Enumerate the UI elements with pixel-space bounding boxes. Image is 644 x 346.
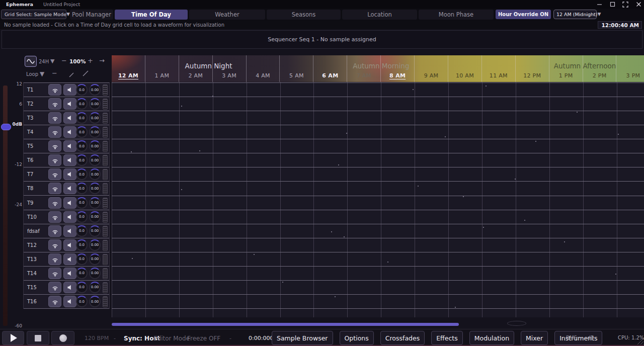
track-mute-button[interactable] xyxy=(63,168,76,180)
track-monitor-button[interactable] xyxy=(48,126,61,138)
track-monitor-button[interactable] xyxy=(48,239,61,251)
hour-cell-6-am[interactable]: 6 AM xyxy=(313,55,347,82)
track-monitor-button[interactable] xyxy=(48,282,61,293)
tab-location[interactable]: Location xyxy=(342,10,417,20)
effects-button[interactable]: Effects xyxy=(431,331,463,345)
track-mute-button[interactable] xyxy=(63,211,76,223)
track-name[interactable]: T6 xyxy=(27,157,33,163)
volume-knob[interactable]: 0.00 xyxy=(89,197,101,209)
arrow-right-icon[interactable]: → xyxy=(99,57,105,64)
volume-knob[interactable]: 0.00 xyxy=(89,225,101,237)
track-monitor-button[interactable] xyxy=(48,197,61,209)
track-mute-button[interactable] xyxy=(63,282,76,293)
hour-cell-12-am[interactable]: 12 AM xyxy=(112,55,145,82)
stop-button[interactable] xyxy=(27,331,49,345)
track-name[interactable]: T2 xyxy=(27,101,33,107)
volume-knob[interactable]: 0.00 xyxy=(89,112,101,124)
sample-browser-button[interactable]: Sample Browser xyxy=(272,331,333,345)
pan-knob[interactable]: 0.0 xyxy=(76,268,88,279)
pan-knob[interactable]: 0.0 xyxy=(76,168,88,180)
maximize-icon[interactable] xyxy=(609,1,616,8)
track-name[interactable]: T16 xyxy=(27,299,37,304)
tab-moon-phase[interactable]: Moon Phase xyxy=(419,10,494,20)
pan-knob[interactable]: 0.0 xyxy=(76,225,88,237)
fullscreen-icon[interactable] xyxy=(622,1,629,8)
track-mute-button[interactable] xyxy=(63,154,76,166)
hour-cell-3-pm[interactable]: 3 PM xyxy=(617,55,644,82)
track-monitor-button[interactable] xyxy=(48,168,61,180)
track-name[interactable]: fdsaf xyxy=(27,228,40,234)
mixer-button[interactable]: Mixer xyxy=(521,331,548,345)
modulation-button[interactable]: Modulation xyxy=(469,331,514,345)
pan-knob[interactable]: 0.0 xyxy=(76,197,88,209)
pan-knob[interactable]: 0.0 xyxy=(76,140,88,152)
zoom-out-button[interactable]: − xyxy=(61,57,67,64)
hour-select-dropdown[interactable]: 12 AM (Midnight) ▼ xyxy=(553,10,597,19)
track-mute-button[interactable] xyxy=(63,296,76,307)
hour-cell-11-am[interactable]: 11 AM xyxy=(482,55,516,82)
track-mute-button[interactable] xyxy=(63,253,76,265)
close-icon[interactable] xyxy=(635,1,642,8)
track-mute-button[interactable] xyxy=(63,98,76,110)
volume-knob[interactable]: 0.00 xyxy=(89,154,101,166)
pan-knob[interactable]: 0.0 xyxy=(76,296,88,307)
pan-knob[interactable]: 0.0 xyxy=(76,183,88,194)
record-button[interactable] xyxy=(51,331,74,345)
track-mute-button[interactable] xyxy=(63,140,76,152)
grid-select-dropdown[interactable]: Grid Select: Sample Mode ▼ xyxy=(1,10,66,19)
volume-knob[interactable]: 0.00 xyxy=(89,253,101,265)
minimize-icon[interactable] xyxy=(596,1,603,8)
tab-pool-manager[interactable]: Pool Manager xyxy=(70,10,113,20)
track-name[interactable]: T5 xyxy=(27,143,33,149)
editor-mode[interactable]: Editor Mode xyxy=(153,335,190,342)
options-button[interactable]: Options xyxy=(340,331,374,345)
volume-knob[interactable]: 0.00 xyxy=(89,239,101,251)
loop-minus-button[interactable]: − xyxy=(52,69,57,77)
track-monitor-button[interactable] xyxy=(48,112,61,124)
track-mute-button[interactable] xyxy=(63,225,76,237)
track-monitor-button[interactable] xyxy=(48,98,61,110)
track-monitor-button[interactable] xyxy=(48,211,61,223)
pan-knob[interactable]: 0.0 xyxy=(76,239,88,251)
track-monitor-button[interactable] xyxy=(48,140,61,152)
pan-knob[interactable]: 0.0 xyxy=(76,98,88,110)
track-mute-button[interactable] xyxy=(63,112,76,124)
pan-knob[interactable]: 0.0 xyxy=(76,253,88,265)
hour-cell-4-am[interactable]: 4 AM xyxy=(247,55,280,82)
track-mute-button[interactable] xyxy=(63,197,76,209)
volume-knob[interactable]: 0.00 xyxy=(89,126,101,138)
mode-dropdown-caret-icon[interactable]: ▼ xyxy=(50,58,54,64)
volume-knob[interactable]: 0.00 xyxy=(89,183,101,194)
loop-dropdown-caret-icon[interactable]: ▼ xyxy=(40,70,44,77)
volume-knob[interactable]: 0.00 xyxy=(89,282,101,293)
ramp-tool-icon[interactable] xyxy=(68,70,74,80)
track-name[interactable]: T15 xyxy=(27,285,37,290)
tab-time-of-day[interactable]: Time Of Day xyxy=(115,10,188,20)
pan-knob[interactable]: 0.0 xyxy=(76,112,88,124)
volume-knob[interactable]: 0.00 xyxy=(89,140,101,152)
hour-override-button[interactable]: Hour Override ON xyxy=(496,10,551,19)
freeze-toggle[interactable]: Freeze OFF xyxy=(187,335,220,342)
track-monitor-button[interactable] xyxy=(48,154,61,166)
track-name[interactable]: T9 xyxy=(27,200,33,206)
track-name[interactable]: T12 xyxy=(27,242,37,248)
volume-knob[interactable]: 0.00 xyxy=(89,98,101,110)
track-name[interactable]: T3 xyxy=(27,115,33,121)
volume-knob[interactable]: 0.00 xyxy=(89,84,101,96)
volume-knob[interactable]: 0.00 xyxy=(89,268,101,279)
pan-knob[interactable]: 0.0 xyxy=(76,126,88,138)
track-name[interactable]: T4 xyxy=(27,129,33,135)
track-name[interactable]: T7 xyxy=(27,171,33,177)
volume-knob[interactable]: 0.00 xyxy=(89,168,101,180)
track-monitor-button[interactable] xyxy=(48,84,61,96)
pan-knob[interactable]: 0.0 xyxy=(76,211,88,223)
track-monitor-button[interactable] xyxy=(48,253,61,265)
play-button[interactable] xyxy=(2,331,24,345)
hour-cell-5-am[interactable]: 5 AM xyxy=(280,55,314,82)
track-mute-button[interactable] xyxy=(63,268,76,279)
line-tool-icon[interactable] xyxy=(82,69,89,79)
track-monitor-button[interactable] xyxy=(48,183,61,194)
tab-weather[interactable]: Weather xyxy=(189,10,265,20)
pan-knob[interactable]: 0.0 xyxy=(76,282,88,293)
track-monitor-button[interactable] xyxy=(48,268,61,279)
